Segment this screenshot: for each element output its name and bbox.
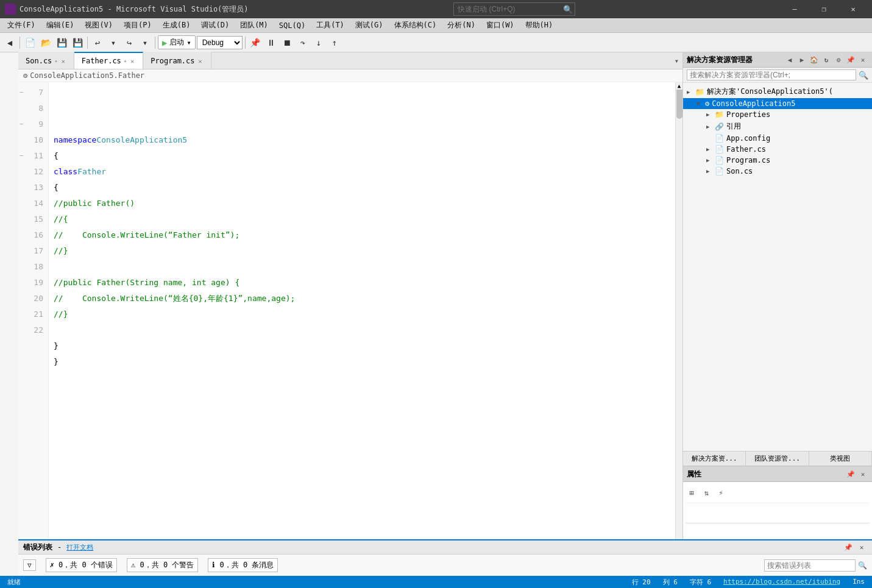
close-button[interactable]: ✕ [839,0,867,18]
tree-item-consoleapplication5[interactable]: ▼ ⚙ ConsoleApplication5 [683,98,872,109]
prop-filter-button[interactable]: ⚡ [715,487,727,499]
menu-item-n[interactable]: 分析(N) [442,19,480,32]
code-line-21[interactable]: } [54,354,675,370]
status-ins[interactable]: Ins [850,578,867,587]
stop-button[interactable]: ⏹ [280,35,294,50]
status-col[interactable]: 列 6 [661,578,680,587]
undo-dropdown[interactable]: ▾ [106,35,121,50]
scroll-up-button[interactable]: ▲ [675,82,682,90]
ep-open-doc-link[interactable]: 打开文档 [66,543,93,552]
tab-father-cs[interactable]: Father.cs ✦ ✕ [74,52,143,69]
se-close-button[interactable]: ✕ [857,54,868,65]
code-line-16[interactable]: //public Father(String name, int age) { [54,275,675,291]
ep-pin-button[interactable]: 📌 [843,542,854,553]
redo-button[interactable]: ↪ [122,35,136,50]
ep-search-icon[interactable]: 🔍 [858,561,867,570]
menu-item-m[interactable]: 团队(M) [235,19,273,32]
attach-button[interactable]: 📌 [248,35,263,50]
code-line-15[interactable] [54,259,675,275]
ep-errors-filter[interactable]: ✗ 0，共 0 个错误 [46,558,117,572]
menu-item-p[interactable]: 项目(P) [119,19,157,32]
menu-item-sqlq[interactable]: SQL(Q) [274,20,310,31]
code-line-10[interactable]: { [54,180,675,196]
code-line-20[interactable]: } [54,338,675,354]
save-all-button[interactable]: 💾 [70,35,85,50]
code-line-7[interactable]: namespace ConsoleApplication5 [54,132,675,148]
ep-close-button[interactable]: ✕ [856,542,867,553]
pause-button[interactable]: ⏸ [264,35,278,50]
tab-son-close[interactable]: ✕ [60,57,66,65]
se-search-input[interactable] [687,69,856,80]
back-button[interactable]: ◀ [2,35,17,50]
code-line-18[interactable]: //} [54,306,675,322]
tab-dropdown-button[interactable]: ▾ [671,57,682,65]
se-search-icon[interactable]: 🔍 [859,71,868,80]
prop-grid-button[interactable]: ⊞ [686,487,698,499]
prop-pin-button[interactable]: 📌 [845,469,856,480]
tree-item-programcs[interactable]: ▶ 📄 Program.cs [683,155,872,166]
se-tab-[interactable]: 类视图 [809,452,872,466]
code-line-19[interactable] [54,322,675,338]
editor-vscroll[interactable]: ▼ [675,82,682,567]
code-line-8[interactable]: { [54,148,675,164]
se-refresh-button[interactable]: ↻ [821,54,832,65]
debug-config-select[interactable]: Debug Release [197,36,243,49]
menu-item-d[interactable]: 调试(D) [196,19,234,32]
code-line-12[interactable]: //{ [54,211,675,227]
tab-son-cs[interactable]: Son.cs ✦ ✕ [18,52,74,69]
code-line-22[interactable] [54,370,675,386]
tree-item-fathercs[interactable]: ▶ 📄 Father.cs [683,144,872,155]
status-row[interactable]: 行 20 [629,578,653,587]
tree-item-appconfig[interactable]: 📄 App.config [683,133,872,144]
menu-item-c[interactable]: 体系结构(C) [389,19,442,32]
tree-item-soncs[interactable]: ▶ 📄 Son.cs [683,166,872,177]
step-out-button[interactable]: ↑ [327,35,342,50]
restore-button[interactable]: ❐ [810,0,838,18]
status-char[interactable]: 字符 6 [687,578,714,587]
se-pin-button[interactable]: 📌 [845,54,856,65]
menu-item-v[interactable]: 视图(V) [80,19,118,32]
menu-item-t[interactable]: 工具(T) [311,19,349,32]
se-home-button[interactable]: 🏠 [809,54,820,65]
se-tab-[interactable]: 团队资源管... [746,452,809,466]
menu-item-g[interactable]: 测试(G) [350,19,388,32]
menu-item-h[interactable]: 帮助(H) [520,19,558,32]
code-line-17[interactable]: // Console.WriteLine(“姓名{0},年龄{1}”,name,… [54,291,675,306]
open-button[interactable]: 📂 [38,35,53,50]
se-tab-[interactable]: 解决方案资... [683,452,746,466]
code-line-11[interactable]: //public Father() [54,196,675,211]
menu-item-e[interactable]: 编辑(E) [41,19,79,32]
ep-filter-dropdown[interactable]: ▽ [23,559,36,571]
save-button[interactable]: 💾 [54,35,69,50]
prop-close-button[interactable]: ✕ [857,469,868,480]
tab-program-cs[interactable]: Program.cs ✕ [143,52,211,69]
ep-warnings-filter[interactable]: ⚠ 0，共 0 个警告 [127,558,198,572]
new-file-button[interactable]: 📄 [23,35,37,50]
status-ready[interactable]: 就绪 [5,578,23,587]
minimize-button[interactable]: — [781,0,809,18]
menu-item-w[interactable]: 窗口(W) [481,19,519,32]
se-settings-button[interactable]: ⚙ [833,54,844,65]
code-line-9[interactable]: class Father [54,164,675,180]
tree-item-consoleapplication5[interactable]: ▶ 📁 解决方案'ConsoleApplication5'( [683,85,872,98]
step-into-button[interactable]: ↓ [311,35,326,50]
ep-messages-filter[interactable]: ℹ 0，共 0 条消息 [208,558,278,572]
quick-search-area[interactable]: 🔍 [453,2,575,16]
start-button[interactable]: ▶ 启动 ▾ [158,35,196,49]
start-dropdown-icon[interactable]: ▾ [186,38,191,47]
redo-dropdown[interactable]: ▾ [138,35,152,50]
tree-item-[interactable]: ▶ 🔗 引用 [683,120,872,133]
se-forward-button[interactable]: ▶ [796,54,807,65]
code-content[interactable]: namespace ConsoleApplication5 { class Fa… [49,82,675,567]
status-url[interactable]: https://blog.csdn.net/itubing [721,578,843,587]
undo-button[interactable]: ↩ [90,35,105,50]
menu-item-b[interactable]: 生成(B) [158,19,196,32]
code-line-13[interactable]: // Console.WriteLine(“Father init”); [54,227,675,243]
se-back-button[interactable]: ◀ [784,54,795,65]
menu-item-f[interactable]: 文件(F) [2,19,40,32]
prop-sort-button[interactable]: ⇅ [700,487,712,499]
code-line-14[interactable]: //} [54,243,675,259]
quick-launch-input[interactable] [453,2,575,16]
tab-father-close[interactable]: ✕ [129,57,135,65]
tree-item-properties[interactable]: ▶ 📁 Properties [683,109,872,120]
